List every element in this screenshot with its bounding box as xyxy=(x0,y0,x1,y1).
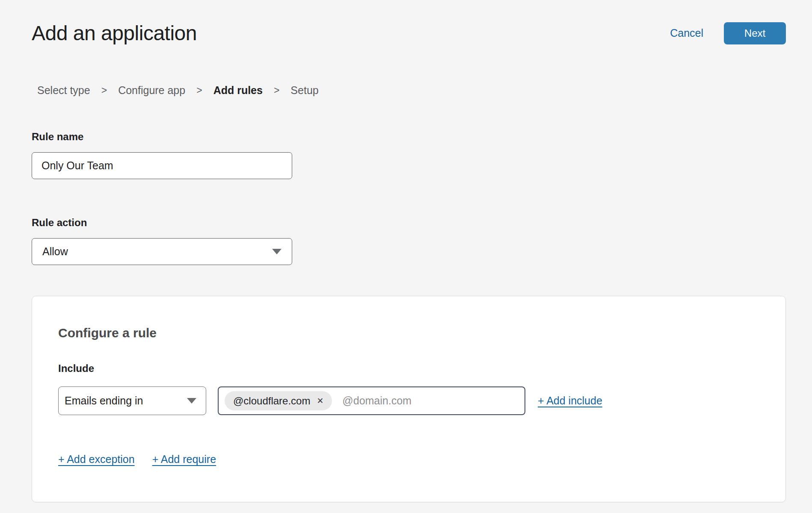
card-title: Configure a rule xyxy=(58,326,760,340)
rule-action-select[interactable]: Allow xyxy=(32,238,292,265)
include-type-select[interactable]: Emails ending in xyxy=(58,386,206,415)
configure-rule-card: Configure a rule Include Emails ending i… xyxy=(32,296,786,502)
domain-chip: @cloudflare.com ✕ xyxy=(225,391,332,410)
page-title: Add an application xyxy=(32,21,197,45)
rule-name-section: Rule name xyxy=(32,131,786,179)
add-application-page: Add an application Cancel Next Select ty… xyxy=(0,0,812,502)
include-type-selected-value: Emails ending in xyxy=(65,395,143,407)
breadcrumb-separator-icon: > xyxy=(196,85,202,96)
page-header: Add an application Cancel Next xyxy=(32,21,786,45)
chevron-down-icon xyxy=(272,249,282,254)
breadcrumb: Select type > Configure app > Add rules … xyxy=(32,84,786,97)
header-actions: Cancel Next xyxy=(670,22,786,44)
cancel-button[interactable]: Cancel xyxy=(670,27,703,39)
rule-action-section: Rule action Allow xyxy=(32,217,786,265)
rule-action-label: Rule action xyxy=(32,217,87,228)
breadcrumb-separator-icon: > xyxy=(274,85,279,96)
add-require-link[interactable]: + Add require xyxy=(152,453,216,466)
breadcrumb-step-setup[interactable]: Setup xyxy=(290,84,318,97)
include-label: Include xyxy=(58,363,760,374)
rule-name-input[interactable] xyxy=(32,152,292,179)
card-links-row: + Add exception + Add require xyxy=(58,453,760,466)
domain-chip-label: @cloudflare.com xyxy=(233,395,310,407)
breadcrumb-separator-icon: > xyxy=(101,85,107,96)
email-domains-tag-input[interactable]: @cloudflare.com ✕ xyxy=(218,386,525,415)
chevron-down-icon xyxy=(187,398,196,404)
breadcrumb-step-configure-app[interactable]: Configure app xyxy=(118,84,185,97)
domain-entry-input[interactable] xyxy=(342,395,519,407)
next-button[interactable]: Next xyxy=(724,22,786,44)
rule-action-selected-value: Allow xyxy=(42,245,68,258)
rule-name-label: Rule name xyxy=(32,131,83,142)
add-exception-link[interactable]: + Add exception xyxy=(58,453,135,466)
include-rule-row: Emails ending in @cloudflare.com ✕ + Add… xyxy=(58,386,760,415)
breadcrumb-step-add-rules[interactable]: Add rules xyxy=(213,84,263,97)
chip-remove-icon[interactable]: ✕ xyxy=(317,397,323,405)
add-include-link[interactable]: + Add include xyxy=(538,395,602,407)
breadcrumb-step-select-type[interactable]: Select type xyxy=(37,84,90,97)
